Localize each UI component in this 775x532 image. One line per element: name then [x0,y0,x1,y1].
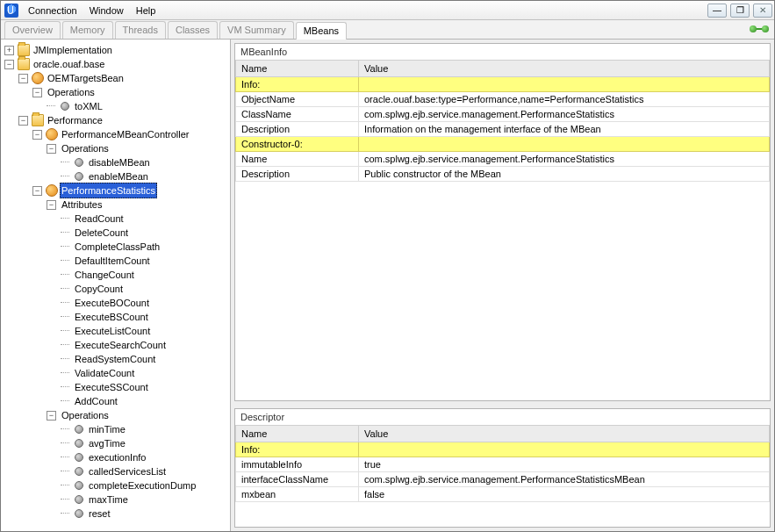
table-row[interactable]: interfaceClassNamecom.splwg.ejb.service.… [236,472,770,487]
tab-classes[interactable]: Classes [168,21,218,39]
tree-op-completeexecutiondump[interactable]: completeExecutionDump [61,478,230,492]
tree-node-oemtargetsbean[interactable]: − OEMTargetsBean [18,71,230,85]
tree-attr-executebscount[interactable]: ExecuteBSCount [61,310,230,324]
tree-label: ChangeCount [73,268,136,282]
tree-node-enablembean[interactable]: enableMBean [61,169,230,183]
tree-node-disablembean[interactable]: disableMBean [61,155,230,169]
operation-icon [75,425,83,434]
tree-label: CompleteClassPath [73,240,161,254]
menu-connection[interactable]: Connection [22,1,83,20]
cell [359,137,770,152]
table-row[interactable]: Namecom.splwg.ejb.service.management.Per… [236,152,770,167]
minimize-button[interactable]: — [707,4,727,18]
tree-attr-executesscount[interactable]: ExecuteSSCount [61,380,230,394]
tree-attr-addcount[interactable]: AddCount [61,394,230,408]
descriptor-section: Descriptor Name Value Info: immutableInf… [234,408,771,528]
tree-label: oracle.ouaf.base [32,57,106,71]
bean-icon [46,128,58,140]
java-icon [4,4,18,18]
tree-op-reset[interactable]: reset [61,507,230,521]
tree-attr-readsystemcount[interactable]: ReadSystemCount [61,352,230,366]
table-row[interactable]: ClassNamecom.splwg.ejb.service.managemen… [236,107,770,122]
tab-mbeans[interactable]: MBeans [296,22,347,40]
tree-op-executioninfo[interactable]: executionInfo [61,450,230,464]
cell: oracle.ouaf.base:type=Performance,name=P… [359,92,770,107]
tree-label: reset [87,507,111,521]
operation-icon [75,509,83,518]
tree-label: ExecuteSSCount [73,380,150,394]
table-row[interactable]: ObjectNameoracle.ouaf.base:type=Performa… [236,92,770,107]
info-header-row: Info: [236,442,770,457]
folder-icon [32,114,44,126]
tree-node-oracle-ouaf-base[interactable]: − oracle.ouaf.base [4,57,230,71]
tree-node-oem-operations[interactable]: − Operations [32,85,230,99]
cell: mxbean [236,487,359,502]
operation-icon [75,158,83,167]
tree-attr-copycount[interactable]: CopyCount [61,282,230,296]
tree-attr-defaultitemcount[interactable]: DefaultItemCount [61,254,230,268]
bean-icon [32,72,44,84]
close-button[interactable]: ✕ [753,4,772,18]
mbean-tree[interactable]: + JMImplementation − oracle.ouaf.base − … [1,40,231,531]
tree-label: DeleteCount [73,226,130,240]
tree-label: completeExecutionDump [87,478,197,492]
operation-icon [75,481,83,490]
cell: ObjectName [236,92,359,107]
cell: Info: [236,77,359,92]
tree-attr-completeclasspath[interactable]: CompleteClassPath [61,240,230,254]
tree-node-jmimplementation[interactable]: + JMImplementation [4,43,230,57]
table-row[interactable]: immutableInfotrue [236,457,770,472]
col-name[interactable]: Name [236,61,359,77]
col-name[interactable]: Name [236,426,359,442]
tab-overview[interactable]: Overview [4,21,61,39]
tree-attr-changecount[interactable]: ChangeCount [61,268,230,282]
tree-attr-deletecount[interactable]: DeleteCount [61,226,230,240]
tree-op-avgtime[interactable]: avgTime [61,436,230,450]
menu-window[interactable]: Window [83,1,130,20]
tab-memory[interactable]: Memory [62,21,113,39]
tree-node-toxml[interactable]: toXML [47,99,230,113]
tree-attr-readcount[interactable]: ReadCount [61,212,230,226]
tree-label-selected: PerformanceStatistics [60,183,157,198]
maximize-button[interactable]: ❐ [730,4,750,18]
tree-node-performance[interactable]: − Performance [18,113,230,127]
cell: Public constructor of the MBean [359,167,770,182]
col-value[interactable]: Value [359,426,770,442]
table-row[interactable]: mxbeanfalse [236,487,770,502]
tree-node-pmbc-operations[interactable]: − Operations [47,141,230,155]
table-row[interactable]: DescriptionInformation on the management… [236,122,770,137]
tree-op-maxtime[interactable]: maxTime [61,492,230,507]
tree-label: CopyCount [73,282,125,296]
tree-label: PerformanceMBeanController [60,127,191,141]
table-header: Name Value [236,426,770,442]
tree-label: toXML [73,99,104,113]
col-value[interactable]: Value [359,61,770,77]
tree-attr-validatecount[interactable]: ValidateCount [61,366,230,380]
table-row[interactable]: DescriptionPublic constructor of the MBe… [236,167,770,182]
tree-label: Operations [60,408,111,422]
tree-label: DefaultItemCount [73,254,152,268]
operation-icon [61,102,69,111]
tree-attr-executebocount[interactable]: ExecuteBOCount [61,296,230,310]
cell: com.splwg.ejb.service.management.Perform… [359,472,770,487]
tree-attr-executesearchcount[interactable]: ExecuteSearchCount [61,338,230,352]
tree-label: OEMTargetsBean [46,71,126,85]
tree-label: executionInfo [87,450,147,464]
tree-op-calledserviceslist[interactable]: calledServicesList [61,464,230,478]
tree-attr-executelistcount[interactable]: ExecuteListCount [61,324,230,338]
tree-label: disableMBean [87,155,152,169]
menu-help[interactable]: Help [130,1,162,20]
tab-threads[interactable]: Threads [115,21,166,39]
tree-node-performance-mbean-controller[interactable]: − PerformanceMBeanController [32,127,230,141]
operation-icon [75,467,83,476]
tab-vmsummary[interactable]: VM Summary [219,21,294,39]
bean-icon [46,184,58,197]
operation-icon [75,172,83,181]
operation-icon [75,453,83,462]
tree-label: ValidateCount [73,366,136,380]
tree-node-ps-operations[interactable]: − Operations [47,408,230,422]
cell: Name [236,152,359,167]
tree-node-performance-statistics[interactable]: − PerformanceStatistics [32,183,230,198]
tree-op-mintime[interactable]: minTime [61,422,230,436]
tree-node-attributes[interactable]: − Attributes [47,198,230,212]
